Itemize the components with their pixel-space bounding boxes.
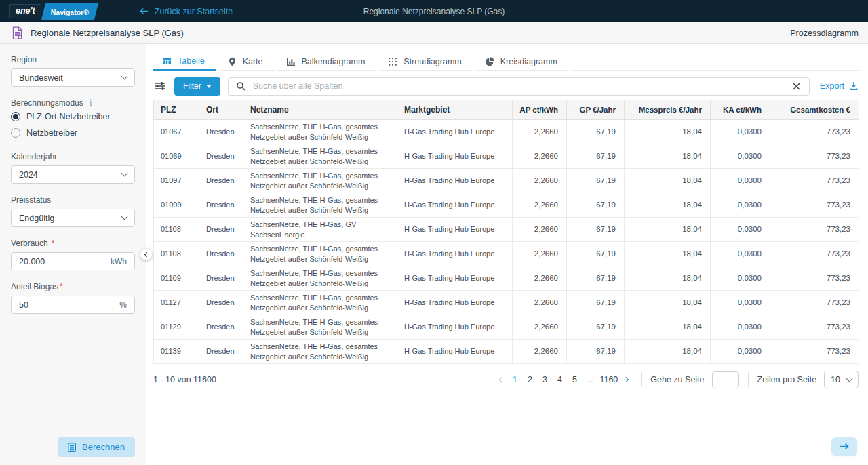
cell-marktgebiet: H-Gas Trading Hub Europe — [397, 315, 513, 340]
tab-karte[interactable]: Karte — [219, 53, 275, 71]
scatter-icon — [388, 57, 397, 66]
cell-ort: Dresden — [199, 193, 243, 218]
search-box — [228, 77, 810, 96]
pagination-bar: 1 - 10 von 11600 12345...1160 Gehe zu Se… — [153, 371, 859, 388]
mode-label: Berechnungsmodus i — [11, 98, 135, 108]
cell-marktgebiet: H-Gas Trading Hub Europe — [397, 242, 513, 266]
results-table: PLZOrtNetznameMarktgebietAP ct/kWhGP €/J… — [153, 100, 859, 364]
page-list: 12345...1160 — [508, 373, 620, 386]
tab-streudiagramm[interactable]: Streudiagramm — [379, 53, 473, 71]
cell-netzname: SachsenNetze, THE H-Gas, gesamtes Netzge… — [243, 315, 397, 340]
cell-ka: 0,0300 — [711, 340, 770, 364]
cell-ort: Dresden — [199, 340, 243, 364]
cell-netzname: SachsenNetze, THE H-Gas, gesamtes Netzge… — [243, 144, 397, 169]
biogas-label: Anteil Biogas * — [11, 282, 135, 291]
search-input[interactable] — [252, 81, 785, 92]
cell-ap: 2,2660 — [513, 144, 567, 169]
price-status-label: Preisstatus — [11, 195, 135, 205]
cell-messpreis: 18,04 — [625, 193, 711, 218]
tab-balkendiagramm[interactable]: Balkendiagramm — [277, 53, 377, 71]
region-select[interactable]: Bundesweit — [11, 68, 135, 87]
page-button-2[interactable]: 2 — [523, 373, 536, 386]
goto-page-input[interactable] — [712, 371, 739, 388]
radio-label: PLZ-Ort-Netzbetreiber — [26, 112, 111, 121]
cell-gesamtkosten: 773,23 — [770, 218, 859, 242]
required-mark: * — [52, 239, 55, 248]
page-button-1[interactable]: 1 — [508, 373, 521, 386]
cell-messpreis: 18,04 — [625, 266, 711, 291]
rows-per-page-select[interactable]: 10 — [824, 371, 859, 388]
tab-kreisdiagramm[interactable]: Kreisdiagramm — [476, 53, 569, 71]
cell-ka: 0,0300 — [711, 291, 770, 315]
cell-ap: 2,2660 — [513, 120, 567, 144]
next-page-button[interactable] — [620, 376, 632, 383]
table-row: 01127DresdenSachsenNetze, THE H-Gas, ges… — [154, 291, 859, 315]
page-button-3[interactable]: 3 — [538, 373, 551, 386]
next-arrow-button[interactable] — [831, 437, 857, 456]
table-row: 01097DresdenSachsenNetze, THE H-Gas, ges… — [154, 169, 859, 193]
main-panel: Tabelle Karte Balkendiagramm Streudiagra… — [146, 44, 868, 465]
year-label: Kalenderjahr — [11, 152, 135, 161]
page-button-1160[interactable]: 1160 — [597, 373, 620, 386]
price-status-select[interactable]: Endgültig — [11, 209, 135, 227]
cell-netzname: SachsenNetze, THE H-Gas, gesamtes Netzge… — [243, 169, 397, 193]
cell-ap: 2,2660 — [513, 218, 567, 242]
chevron-left-icon — [499, 377, 505, 382]
cell-ap: 2,2660 — [513, 315, 567, 340]
column-header-marktgebiet: Marktgebiet — [397, 100, 513, 120]
radio-label: Netzbetreiber — [26, 128, 77, 138]
tab-tabelle[interactable]: Tabelle — [153, 53, 216, 71]
radio-netzbetreiber[interactable]: Netzbetreiber — [11, 128, 135, 138]
cell-netzname: SachsenNetze, THE H-Gas, GV SachsenEnerg… — [243, 218, 397, 242]
topbar: ene't Navigator® Zurück zur Startseite R… — [0, 0, 868, 22]
cell-messpreis: 18,04 — [625, 144, 711, 169]
enet-navigator-logo[interactable]: ene't Navigator® — [9, 3, 96, 20]
arrow-right-icon — [840, 443, 849, 450]
biogas-input[interactable] — [19, 300, 94, 310]
cell-plz: 01109 — [154, 266, 199, 291]
required-mark: * — [60, 282, 63, 291]
cell-ap: 2,2660 — [513, 169, 567, 193]
radio-plz-ort-netzbetreiber[interactable]: PLZ-Ort-Netzbetreiber — [11, 112, 135, 121]
cell-marktgebiet: H-Gas Trading Hub Europe — [397, 120, 513, 144]
cell-ka: 0,0300 — [711, 242, 770, 266]
cell-plz: 01099 — [154, 193, 199, 218]
pie-chart-icon — [485, 57, 494, 66]
cell-ka: 0,0300 — [711, 266, 770, 291]
cell-gesamtkosten: 773,23 — [770, 266, 859, 291]
consumption-label: Verbrauch * — [11, 239, 135, 248]
consumption-field-wrap: kWh — [11, 252, 135, 270]
page-button-4[interactable]: 4 — [553, 373, 566, 386]
divider — [748, 372, 749, 387]
page-button-5[interactable]: 5 — [568, 373, 581, 386]
cell-marktgebiet: H-Gas Trading Hub Europe — [397, 218, 513, 242]
previous-page-button[interactable] — [496, 376, 508, 383]
sliders-icon — [155, 81, 165, 91]
clear-search-button[interactable] — [791, 81, 802, 92]
process-diagram-link[interactable]: Prozessdiagramm — [790, 28, 859, 38]
export-button[interactable]: Export — [817, 81, 859, 91]
cell-ap: 2,2660 — [513, 193, 567, 218]
table-row: 01139DresdenSachsenNetze, THE H-Gas, ges… — [154, 340, 859, 364]
consumption-input[interactable] — [19, 257, 94, 266]
sidebar-collapse-button[interactable] — [140, 249, 152, 260]
info-icon[interactable]: i — [90, 98, 92, 108]
cell-ka: 0,0300 — [711, 120, 770, 144]
cell-ka: 0,0300 — [711, 144, 770, 169]
export-button-label: Export — [820, 81, 844, 91]
filter-button[interactable]: Filter — [174, 77, 220, 96]
year-select[interactable]: 2024 — [11, 165, 135, 184]
back-to-home-link[interactable]: Zurück zur Startseite — [140, 7, 233, 16]
cell-messpreis: 18,04 — [625, 291, 711, 315]
column-settings-button[interactable] — [153, 80, 167, 92]
cell-messpreis: 18,04 — [625, 169, 711, 193]
calculate-button[interactable]: Berechnen — [58, 437, 135, 457]
column-header-ap-ct-kwh: AP ct/kWh — [513, 100, 567, 120]
cell-messpreis: 18,04 — [625, 315, 711, 340]
consumption-unit: kWh — [111, 257, 127, 266]
table-icon — [162, 56, 172, 66]
cell-gesamtkosten: 773,23 — [770, 144, 859, 169]
table-row: 01109DresdenSachsenNetze, THE H-Gas, ges… — [154, 266, 859, 291]
cell-marktgebiet: H-Gas Trading Hub Europe — [397, 193, 513, 218]
cell-netzname: SachsenNetze, THE H-Gas, gesamtes Netzge… — [243, 242, 397, 266]
